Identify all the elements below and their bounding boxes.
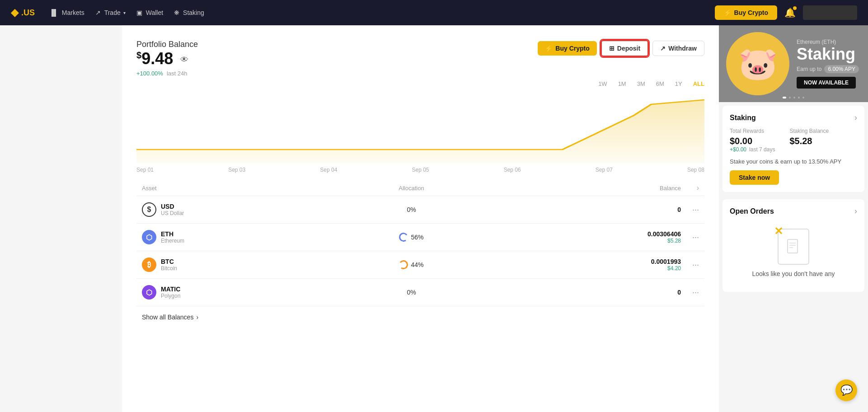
asset-icon-btc: ₿ <box>142 258 156 272</box>
user-avatar[interactable] <box>803 5 857 20</box>
open-orders-chevron-icon[interactable]: › <box>854 206 857 216</box>
total-rewards-period: last 7 days <box>749 146 775 153</box>
logo-icon: ◆ <box>11 7 19 19</box>
filter-6m[interactable]: 6M <box>656 80 664 87</box>
filter-3m[interactable]: 3M <box>637 80 645 87</box>
portfolio-title: Portfolio Balance <box>136 40 198 49</box>
table-row: ⬡ ETH Ethereum 56% 0.00306406 $5.28 ··· <box>136 224 704 251</box>
left-sidebar <box>0 25 122 412</box>
eye-icon[interactable]: 👁 <box>180 55 188 65</box>
banner-dot-2 <box>789 97 791 98</box>
staking-banner: 🐷 Ethereum (ETH) Staking Earn up to 6.00… <box>719 25 868 102</box>
navbar-buy-crypto-button[interactable]: ⚡ Buy Crypto <box>715 5 777 20</box>
asset-name-btc: Bitcoin <box>161 265 177 272</box>
balance-secondary-eth: $5.28 <box>479 238 681 244</box>
xaxis-sep08: Sep 08 <box>687 167 704 173</box>
nav-wallet[interactable]: ▣ Wallet <box>136 9 163 16</box>
filter-1y[interactable]: 1Y <box>675 80 682 87</box>
asset-icon-matic: ⬡ <box>142 285 156 300</box>
wallet-icon: ▣ <box>136 9 142 16</box>
xaxis-sep01: Sep 01 <box>136 167 154 173</box>
bell-container: 🔔 <box>784 7 796 18</box>
balance-primary-btc: 0.0001993 <box>479 258 681 265</box>
actions-matic[interactable]: ··· <box>681 288 699 297</box>
asset-labels-matic: MATIC Polygon <box>161 286 180 299</box>
staking-stats: Total Rewards $0.00 +$0.00 last 7 days S… <box>730 128 857 153</box>
balance-btc: 0.0001993 $4.20 <box>479 258 681 272</box>
show-all-arrow-icon: › <box>196 314 198 321</box>
empty-orders-text: Looks like you don't have any <box>737 270 850 277</box>
asset-icon-eth: ⬡ <box>142 230 156 244</box>
allocation-btc: 44% <box>344 260 479 269</box>
show-all-balances[interactable]: Show all Balances › <box>136 306 704 328</box>
balance-primary-matic: 0 <box>479 289 681 296</box>
nav-markets[interactable]: ▐▌ Markets <box>49 9 84 16</box>
logo-text: .US <box>21 8 35 18</box>
expand-icon[interactable]: › <box>697 184 699 192</box>
banner-subtitle: Ethereum (ETH) <box>797 39 859 45</box>
portfolio-balance: $9.48 <box>136 49 173 68</box>
xaxis-sep07: Sep 07 <box>596 167 613 173</box>
buy-crypto-lightning-icon: ⚡ <box>724 9 732 16</box>
nav-wallet-label: Wallet <box>146 9 163 16</box>
open-orders-section: Open Orders › ✕ Looks like you d <box>723 199 864 292</box>
banner-dot-3 <box>793 97 795 98</box>
navbar-buy-crypto-label: Buy Crypto <box>734 9 768 16</box>
asset-labels-usd: USD US Dollar <box>161 203 184 216</box>
actions-eth[interactable]: ··· <box>681 233 699 242</box>
staking-chevron-icon[interactable]: › <box>854 113 857 122</box>
staking-icon: ❋ <box>174 9 179 16</box>
buy-crypto-button[interactable]: ⚡ Buy Crypto <box>538 41 596 56</box>
markets-icon: ▐▌ <box>49 9 58 16</box>
logo[interactable]: ◆ .US <box>11 7 35 19</box>
right-sidebar: 🐷 Ethereum (ETH) Staking Earn up to 6.00… <box>719 25 868 412</box>
nav-right: ⚡ Buy Crypto 🔔 <box>715 5 857 20</box>
nav-staking[interactable]: ❋ Staking <box>174 9 204 16</box>
nav-markets-label: Markets <box>62 9 84 16</box>
svg-rect-1 <box>788 239 798 253</box>
withdraw-button[interactable]: ↗ Withdraw <box>652 41 704 56</box>
page-layout: Portfolio Balance $9.48 👁 +100.00% last … <box>0 25 868 412</box>
banner-earn-text: Earn up to <box>797 66 821 72</box>
header-allocation: Allocation <box>344 185 479 192</box>
banner-dot-4 <box>798 97 800 98</box>
balance-change-percent: +100.00% <box>136 70 163 77</box>
nav-trade-label: Trade <box>104 9 121 16</box>
trade-chevron-icon: ▾ <box>123 10 126 15</box>
withdraw-icon: ↗ <box>660 45 666 52</box>
allocation-value-matic: 0% <box>407 289 416 296</box>
stake-now-button[interactable]: Stake now <box>730 170 779 185</box>
deposit-icon: ⊞ <box>609 45 615 52</box>
filter-all[interactable]: ALL <box>693 80 704 87</box>
header-balance: Balance <box>479 185 681 192</box>
balance-value: 9.48 <box>141 49 173 68</box>
balance-secondary-btc: $4.20 <box>479 265 681 272</box>
asset-labels-btc: BTC Bitcoin <box>161 258 177 272</box>
nav-trade[interactable]: ↗ Trade ▾ <box>95 9 126 16</box>
filter-1m[interactable]: 1M <box>618 80 626 87</box>
actions-usd[interactable]: ··· <box>681 205 699 215</box>
svg-marker-0 <box>136 100 704 163</box>
empty-x-icon: ✕ <box>774 225 783 238</box>
nav-links: ▐▌ Markets ↗ Trade ▾ ▣ Wallet ❋ Staking <box>49 9 700 16</box>
balance-eth: 0.00306406 $5.28 <box>479 230 681 244</box>
open-orders-header: Open Orders › <box>730 206 857 216</box>
navbar: ◆ .US ▐▌ Markets ↗ Trade ▾ ▣ Wallet ❋ St… <box>0 0 868 25</box>
filter-1w[interactable]: 1W <box>598 80 607 87</box>
banner-dots <box>783 97 804 98</box>
table-row: ⬡ MATIC Polygon 0% 0 ··· <box>136 279 704 306</box>
chart-area <box>136 91 704 163</box>
deposit-button[interactable]: ⊞ Deposit <box>601 40 649 57</box>
balance-matic: 0 <box>479 289 681 296</box>
banner-dot-1 <box>783 97 786 98</box>
asset-symbol-btc: BTC <box>161 258 177 265</box>
total-rewards-change: +$0.00 last 7 days <box>730 146 775 153</box>
deposit-label: Deposit <box>617 45 640 52</box>
header-actions: › <box>681 184 699 192</box>
asset-symbol-usd: USD <box>161 203 184 210</box>
actions-btc[interactable]: ··· <box>681 260 699 270</box>
chat-fab-button[interactable]: 💬 <box>835 379 857 401</box>
portfolio-title-area: Portfolio Balance $9.48 👁 +100.00% last … <box>136 40 198 77</box>
open-orders-title: Open Orders <box>730 207 774 215</box>
banner-title: Staking <box>797 45 859 63</box>
